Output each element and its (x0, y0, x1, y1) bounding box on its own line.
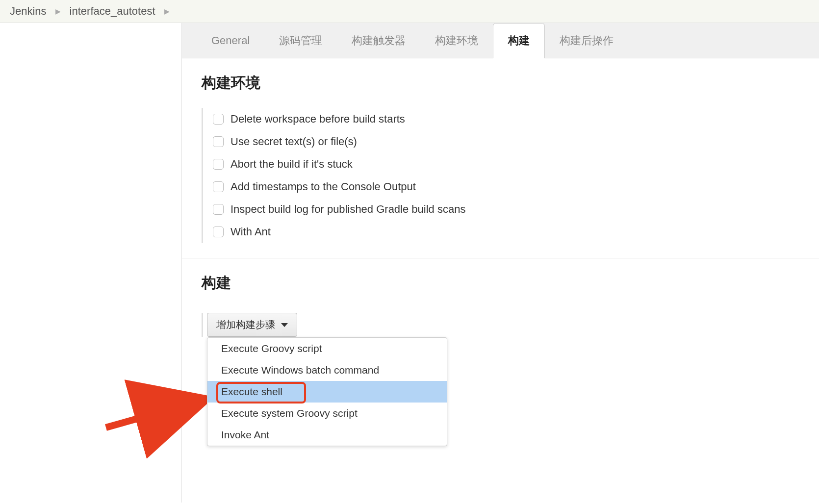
checkbox-delete-workspace[interactable]: Delete workspace before build starts (213, 108, 799, 130)
tab-post[interactable]: 构建后操作 (545, 23, 628, 58)
checkbox-timestamps[interactable]: Add timestamps to the Console Output (213, 176, 799, 198)
build-env-heading: 构建环境 (202, 73, 799, 93)
dropdown-item-invoke-ant[interactable]: Invoke Ant (207, 424, 447, 446)
breadcrumb: Jenkins ▶ interface_autotest ▶ (0, 0, 819, 23)
checkbox-input[interactable] (213, 159, 224, 170)
checkbox-label: With Ant (230, 226, 271, 238)
breadcrumb-project[interactable]: interface_autotest (70, 5, 155, 18)
caret-down-icon (281, 323, 288, 327)
add-build-step-button[interactable]: 增加构建步骤 (207, 313, 297, 337)
checkbox-input[interactable] (213, 136, 224, 147)
checkbox-input[interactable] (213, 227, 224, 237)
checkbox-input[interactable] (213, 114, 224, 125)
checkbox-label: Inspect build log for published Gradle b… (230, 203, 465, 216)
build-step-dropdown: Execute Groovy script Execute Windows ba… (207, 337, 447, 446)
tab-general[interactable]: General (197, 23, 264, 58)
checkbox-gradle-scans[interactable]: Inspect build log for published Gradle b… (213, 198, 799, 221)
chevron-right-icon: ▶ (164, 7, 170, 15)
chevron-right-icon: ▶ (55, 7, 61, 15)
checkbox-label: Use secret text(s) or file(s) (230, 135, 357, 148)
dropdown-item-windows-batch[interactable]: Execute Windows batch command (207, 359, 447, 381)
checkbox-label: Add timestamps to the Console Output (230, 180, 416, 193)
config-tabs: General 源码管理 构建触发器 构建环境 构建 构建后操作 (182, 23, 819, 58)
dropdown-item-system-groovy[interactable]: Execute system Groovy script (207, 403, 447, 424)
tab-env[interactable]: 构建环境 (420, 23, 493, 58)
checkbox-input[interactable] (213, 204, 224, 215)
dropdown-item-execute-shell[interactable]: Execute shell (207, 381, 447, 403)
checkbox-abort-stuck[interactable]: Abort the build if it's stuck (213, 153, 799, 176)
checkbox-label: Abort the build if it's stuck (230, 158, 353, 171)
section-build-env: 构建环境 Delete workspace before build start… (182, 58, 819, 258)
section-build: 构建 增加构建步骤 Execute Groovy script Execute … (182, 258, 819, 342)
tab-scm[interactable]: 源码管理 (264, 23, 337, 58)
checkbox-label: Delete workspace before build starts (230, 113, 405, 126)
breadcrumb-root[interactable]: Jenkins (10, 5, 47, 18)
left-sidebar-spacer (0, 23, 181, 503)
checkbox-input[interactable] (213, 181, 224, 192)
dropdown-item-groovy[interactable]: Execute Groovy script (207, 338, 447, 359)
tab-build[interactable]: 构建 (493, 23, 545, 58)
add-build-step-label: 增加构建步骤 (216, 318, 275, 331)
checkbox-with-ant[interactable]: With Ant (213, 221, 799, 243)
build-heading: 构建 (202, 273, 799, 293)
tab-trigger[interactable]: 构建触发器 (337, 23, 420, 58)
checkbox-secret-text[interactable]: Use secret text(s) or file(s) (213, 130, 799, 153)
